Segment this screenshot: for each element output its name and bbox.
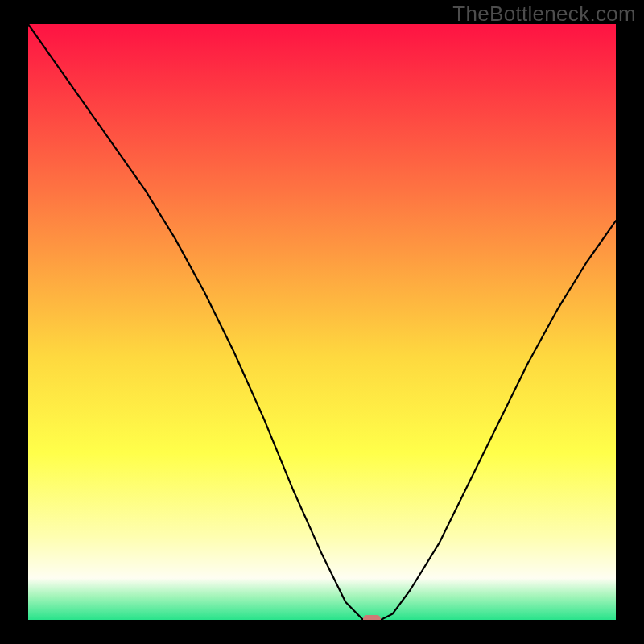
watermark-text: TheBottleneck.com: [452, 2, 636, 27]
chart-svg: [28, 24, 616, 620]
chart-frame: TheBottleneck.com: [0, 0, 644, 644]
gradient-rect: [28, 24, 616, 620]
optimal-marker: [363, 615, 381, 620]
plot-area: [28, 24, 616, 620]
